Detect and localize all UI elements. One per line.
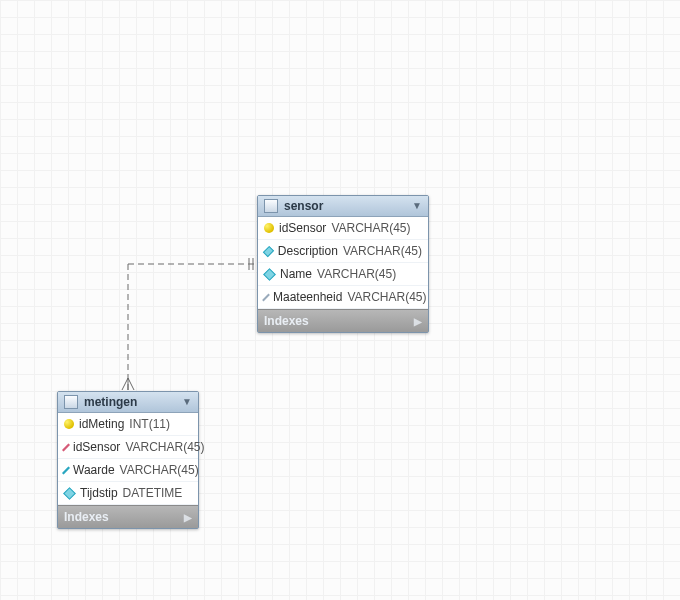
table-header-metingen[interactable]: metingen ▼ xyxy=(58,392,198,413)
column-name: Waarde xyxy=(73,463,115,477)
table-header-sensor[interactable]: sensor ▼ xyxy=(258,196,428,217)
column-name: idMeting xyxy=(79,417,124,431)
column-Waarde[interactable]: Waarde VARCHAR(45) xyxy=(58,459,198,482)
table-title: sensor xyxy=(284,199,323,213)
table-title: metingen xyxy=(84,395,137,409)
column-type: VARCHAR(45) xyxy=(331,221,410,235)
column-Maateenheid[interactable]: Maateenheid VARCHAR(45) xyxy=(258,286,428,309)
indexes-label: Indexes xyxy=(264,314,309,328)
foreign-key-icon xyxy=(62,443,70,451)
attribute-icon xyxy=(262,293,270,301)
column-idSensor[interactable]: idSensor VARCHAR(45) xyxy=(258,217,428,240)
er-diagram-canvas[interactable]: sensor ▼ idSensor VARCHAR(45) Descriptio… xyxy=(0,0,680,600)
column-type: VARCHAR(45) xyxy=(343,244,422,258)
collapse-icon[interactable]: ▼ xyxy=(182,397,192,407)
column-name: Name xyxy=(280,267,312,281)
column-name: Maateenheid xyxy=(273,290,342,304)
column-type: VARCHAR(45) xyxy=(347,290,426,304)
primary-key-icon xyxy=(64,419,74,429)
column-Name[interactable]: Name VARCHAR(45) xyxy=(258,263,428,286)
expand-icon[interactable]: ▶ xyxy=(414,316,422,327)
column-idSensor[interactable]: idSensor VARCHAR(45) xyxy=(58,436,198,459)
attribute-icon xyxy=(263,268,276,281)
column-Tijdstip[interactable]: Tijdstip DATETIME xyxy=(58,482,198,505)
attribute-icon xyxy=(63,487,76,500)
table-sensor[interactable]: sensor ▼ idSensor VARCHAR(45) Descriptio… xyxy=(257,195,429,333)
column-name: idSensor xyxy=(279,221,326,235)
column-name: Tijdstip xyxy=(80,486,118,500)
column-name: idSensor xyxy=(73,440,120,454)
table-metingen[interactable]: metingen ▼ idMeting INT(11) idSensor VAR… xyxy=(57,391,199,529)
expand-icon[interactable]: ▶ xyxy=(184,512,192,523)
table-icon xyxy=(64,395,78,409)
attribute-icon xyxy=(263,245,274,256)
indexes-section[interactable]: Indexes ▶ xyxy=(58,505,198,528)
column-type: VARCHAR(45) xyxy=(120,463,199,477)
indexes-label: Indexes xyxy=(64,510,109,524)
column-type: DATETIME xyxy=(123,486,183,500)
column-type: VARCHAR(45) xyxy=(125,440,204,454)
column-type: INT(11) xyxy=(129,417,170,431)
table-icon xyxy=(264,199,278,213)
primary-key-icon xyxy=(264,223,274,233)
column-Description[interactable]: Description VARCHAR(45) xyxy=(258,240,428,263)
attribute-icon xyxy=(62,466,70,474)
column-name: Description xyxy=(278,244,338,258)
column-idMeting[interactable]: idMeting INT(11) xyxy=(58,413,198,436)
column-type: VARCHAR(45) xyxy=(317,267,396,281)
indexes-section[interactable]: Indexes ▶ xyxy=(258,309,428,332)
collapse-icon[interactable]: ▼ xyxy=(412,201,422,211)
